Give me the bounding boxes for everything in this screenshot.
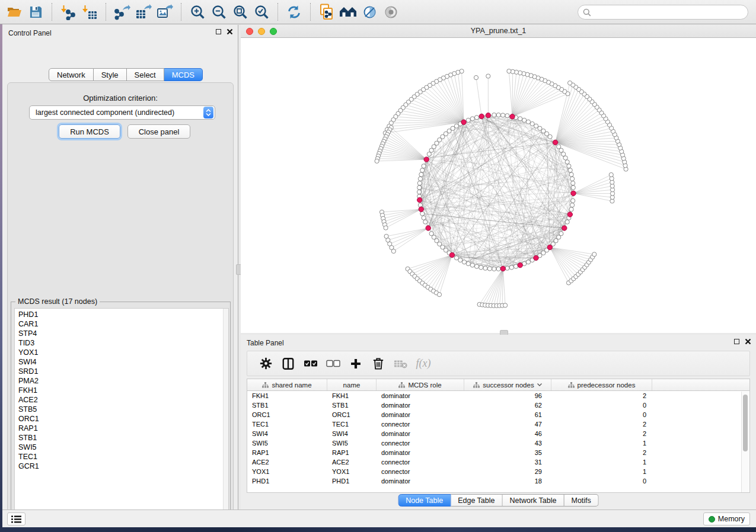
table-scrollbar-thumb[interactable] xyxy=(743,395,748,451)
mcds-node[interactable] xyxy=(567,212,572,217)
ring-node[interactable] xyxy=(526,120,530,124)
ring-node[interactable] xyxy=(454,256,458,260)
mcds-result-item[interactable]: STB5 xyxy=(15,405,228,414)
close-panel-icon[interactable] xyxy=(227,28,233,35)
mcds-node[interactable] xyxy=(461,120,466,124)
ring-node[interactable] xyxy=(419,172,423,177)
tab-mcds[interactable]: MCDS xyxy=(164,68,203,81)
ring-node[interactable] xyxy=(417,185,422,190)
leaf-node[interactable] xyxy=(486,74,490,78)
mcds-node[interactable] xyxy=(426,226,430,230)
ring-node[interactable] xyxy=(559,232,563,236)
ring-node[interactable] xyxy=(563,156,567,160)
table-row[interactable]: SWI4SWI4dominator462 xyxy=(247,429,749,438)
mcds-node[interactable] xyxy=(419,207,423,211)
mcds-node[interactable] xyxy=(424,157,429,162)
mcds-node[interactable] xyxy=(417,197,422,202)
table-row[interactable]: STB1STB1dominator620 xyxy=(247,400,749,410)
search-field[interactable] xyxy=(578,5,748,20)
column-header-mcds-role[interactable]: MCDS role xyxy=(377,379,464,390)
ring-node[interactable] xyxy=(474,264,479,268)
mcds-result-item[interactable]: ACE2 xyxy=(15,395,228,405)
ring-node[interactable] xyxy=(501,113,505,117)
ring-node[interactable] xyxy=(470,263,474,267)
optimization-criterion-select[interactable]: largest connected component (undirected) xyxy=(29,105,215,120)
leaf-node[interactable] xyxy=(391,249,395,253)
column-header-predecessor-nodes[interactable]: predecessor nodes xyxy=(551,379,652,390)
clone-network-button[interactable] xyxy=(316,2,337,21)
leaf-node[interactable] xyxy=(507,69,511,73)
show-details-button[interactable] xyxy=(380,2,401,21)
mcds-result-item[interactable]: SWI5 xyxy=(15,443,228,452)
table-row[interactable]: SWI5SWI5connector431 xyxy=(247,438,749,448)
table-row[interactable]: FKH1FKH1dominator962 xyxy=(247,391,749,400)
import-network-button[interactable] xyxy=(58,2,79,21)
mcds-result-item[interactable]: TEC1 xyxy=(15,452,228,462)
leaf-node[interactable] xyxy=(609,172,613,177)
float-panel-icon[interactable] xyxy=(216,29,221,34)
mcds-node[interactable] xyxy=(449,252,454,257)
deselect-all-rows-button[interactable] xyxy=(322,354,344,374)
leaf-node[interactable] xyxy=(592,252,596,257)
table-row[interactable]: YOX1YOX1connector291 xyxy=(247,467,749,476)
mcds-list-scrollbar[interactable] xyxy=(223,309,228,518)
mcds-node[interactable] xyxy=(571,191,576,196)
ring-node[interactable] xyxy=(422,164,426,168)
ring-node[interactable] xyxy=(483,266,487,270)
search-input[interactable] xyxy=(591,8,748,17)
ring-node[interactable] xyxy=(487,267,492,271)
leaf-node[interactable] xyxy=(437,293,441,297)
table-scrollbar[interactable] xyxy=(741,392,749,493)
ring-node[interactable] xyxy=(569,172,573,177)
memory-button[interactable]: Memory xyxy=(703,512,750,525)
table-row[interactable]: RAP1RAP1dominator352 xyxy=(247,448,749,457)
ring-node[interactable] xyxy=(423,220,428,224)
save-session-button[interactable] xyxy=(25,2,46,21)
leaf-node[interactable] xyxy=(384,226,388,230)
mcds-node[interactable] xyxy=(479,114,484,118)
close-panel-button[interactable]: Close panel xyxy=(127,124,190,139)
mcds-node[interactable] xyxy=(547,245,552,249)
mcds-node[interactable] xyxy=(518,262,522,267)
ring-node[interactable] xyxy=(505,266,509,270)
export-network-button[interactable] xyxy=(111,2,133,21)
ring-node[interactable] xyxy=(565,160,569,164)
tab-select[interactable]: Select xyxy=(127,68,164,81)
mcds-result-item[interactable]: STB1 xyxy=(15,433,228,443)
ring-node[interactable] xyxy=(522,118,527,122)
table-settings-button[interactable] xyxy=(254,354,277,374)
ring-node[interactable] xyxy=(505,114,509,118)
ring-node[interactable] xyxy=(479,265,483,270)
mcds-result-item[interactable]: PMA2 xyxy=(15,376,228,386)
ring-node[interactable] xyxy=(470,117,474,121)
run-mcds-button[interactable]: Run MCDS xyxy=(59,124,120,139)
table-row[interactable]: PHD1PHD1dominator180 xyxy=(247,476,749,486)
hide-details-button[interactable] xyxy=(359,2,380,21)
tab-edge-table[interactable]: Edge Table xyxy=(451,494,502,507)
ring-node[interactable] xyxy=(530,121,534,126)
mcds-node[interactable] xyxy=(553,140,557,145)
ring-node[interactable] xyxy=(462,260,466,264)
tab-network-table[interactable]: Network Table xyxy=(503,494,564,507)
ring-node[interactable] xyxy=(526,260,530,264)
select-all-rows-button[interactable] xyxy=(299,354,322,374)
mcds-result-item[interactable]: FKH1 xyxy=(15,386,228,395)
ring-node[interactable] xyxy=(571,198,575,203)
ring-node[interactable] xyxy=(534,124,538,128)
ring-node[interactable] xyxy=(568,168,572,172)
mcds-result-list[interactable]: PHD1CAR1STP4TID3YOX1SWI4SRD1PMA2FKH1ACE2… xyxy=(14,308,229,519)
column-header-shared-name[interactable]: shared name xyxy=(247,379,327,390)
mcds-result-item[interactable]: ORC1 xyxy=(15,414,228,424)
function-builder-button[interactable]: f(x) xyxy=(412,354,435,374)
tab-node-table[interactable]: Node Table xyxy=(398,494,451,507)
ring-node[interactable] xyxy=(496,113,500,117)
ring-node[interactable] xyxy=(570,177,575,181)
ring-node[interactable] xyxy=(466,118,470,122)
mcds-node[interactable] xyxy=(500,266,505,271)
network-overview-button[interactable] xyxy=(337,2,359,21)
ring-node[interactable] xyxy=(569,207,573,211)
refresh-button[interactable] xyxy=(283,2,305,21)
export-table-button[interactable] xyxy=(133,2,154,21)
mcds-result-item[interactable]: TID3 xyxy=(15,338,228,348)
leaf-node[interactable] xyxy=(568,81,572,85)
